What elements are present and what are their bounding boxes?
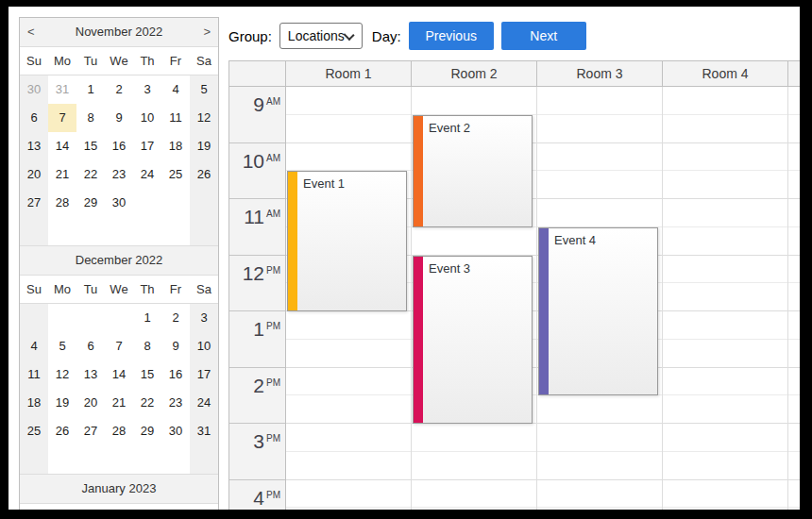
time-cell[interactable] [788, 256, 800, 284]
day-cell[interactable]: 14 [48, 132, 76, 160]
time-cell[interactable] [412, 227, 536, 256]
day-cell[interactable]: 18 [161, 132, 190, 160]
time-cell[interactable] [788, 508, 800, 510]
day-cell[interactable]: 5 [190, 75, 218, 104]
day-cell[interactable]: 13 [20, 132, 48, 160]
day-cell[interactable]: 31 [48, 75, 76, 104]
day-cell[interactable]: 30 [161, 417, 190, 445]
day-cell[interactable]: 23 [161, 389, 190, 417]
time-cell[interactable] [788, 87, 800, 115]
day-cell[interactable]: 27 [20, 189, 48, 217]
day-cell[interactable]: 4 [20, 332, 48, 360]
time-cell[interactable] [663, 115, 787, 143]
previous-button[interactable]: Previous [409, 22, 494, 50]
day-cell[interactable]: 30 [105, 189, 133, 217]
time-cell[interactable] [663, 87, 787, 115]
time-cell[interactable] [788, 340, 800, 368]
time-cell[interactable] [286, 340, 411, 368]
day-cell[interactable]: 29 [133, 417, 161, 445]
time-cell[interactable] [537, 424, 662, 452]
day-cell[interactable]: 9 [161, 332, 190, 360]
day-cell[interactable]: 8 [133, 332, 161, 360]
time-cell[interactable] [663, 311, 787, 340]
time-cell[interactable] [537, 452, 662, 480]
time-cell[interactable] [663, 480, 787, 509]
prev-month-button[interactable]: < [27, 18, 46, 46]
day-cell[interactable]: 31 [190, 417, 218, 445]
group-select[interactable]: Locations [279, 23, 363, 49]
day-cell[interactable]: 7 [105, 332, 133, 360]
time-cell[interactable] [537, 171, 662, 199]
time-cell[interactable] [663, 368, 787, 396]
time-cell[interactable] [286, 395, 411, 424]
day-cell[interactable]: 2 [161, 304, 190, 332]
day-cell[interactable]: 20 [76, 389, 105, 417]
time-cell[interactable] [788, 424, 800, 452]
scheduler-event[interactable]: Event 4 [538, 227, 658, 396]
time-cell[interactable] [788, 480, 800, 509]
day-cell[interactable]: 10 [190, 332, 218, 360]
day-cell[interactable]: 17 [133, 132, 161, 160]
time-cell[interactable] [286, 143, 411, 172]
time-cell[interactable] [788, 227, 800, 256]
day-cell[interactable]: 15 [76, 132, 105, 160]
time-cell[interactable] [537, 508, 662, 510]
day-cell[interactable]: 5 [48, 332, 76, 360]
day-cell[interactable]: 6 [20, 104, 48, 132]
scheduler-event[interactable]: Event 1 [287, 171, 407, 311]
time-cell[interactable] [788, 283, 800, 311]
day-cell[interactable]: 12 [190, 104, 218, 132]
day-cell[interactable]: 16 [105, 132, 133, 160]
time-cell[interactable] [663, 171, 787, 199]
day-cell[interactable]: 21 [48, 160, 76, 189]
time-cell[interactable] [663, 143, 787, 172]
day-cell[interactable]: 9 [105, 104, 133, 132]
time-cell[interactable] [286, 480, 411, 509]
day-cell[interactable]: 7 [48, 104, 76, 132]
day-cell[interactable]: 26 [190, 160, 218, 189]
time-cell[interactable] [286, 508, 411, 510]
time-cell[interactable] [286, 452, 411, 480]
time-cell[interactable] [663, 256, 787, 284]
time-cell[interactable] [663, 508, 787, 510]
day-cell[interactable]: 15 [133, 360, 161, 389]
time-cell[interactable] [788, 199, 800, 227]
time-cell[interactable] [286, 424, 411, 452]
time-cell[interactable] [663, 199, 787, 227]
time-cell[interactable] [412, 508, 536, 510]
time-cell[interactable] [412, 452, 536, 480]
day-cell[interactable]: 17 [190, 360, 218, 389]
day-cell[interactable]: 25 [161, 160, 190, 189]
time-cell[interactable] [537, 143, 662, 172]
day-cell[interactable]: 3 [190, 304, 218, 332]
time-cell[interactable] [663, 227, 787, 256]
day-cell[interactable]: 3 [133, 75, 161, 104]
day-cell[interactable]: 10 [133, 104, 161, 132]
day-cell[interactable]: 19 [190, 132, 218, 160]
day-cell[interactable]: 22 [76, 160, 105, 189]
day-cell[interactable]: 28 [105, 417, 133, 445]
time-cell[interactable] [663, 283, 787, 311]
day-cell[interactable]: 11 [161, 104, 190, 132]
day-cell[interactable]: 19 [48, 389, 76, 417]
day-cell[interactable]: 22 [133, 389, 161, 417]
day-cell[interactable]: 4 [161, 75, 190, 104]
time-cell[interactable] [788, 143, 800, 172]
time-cell[interactable] [537, 395, 662, 424]
time-cell[interactable] [412, 424, 536, 452]
day-cell[interactable]: 30 [20, 75, 48, 104]
day-cell[interactable]: 1 [133, 304, 161, 332]
day-cell[interactable]: 25 [20, 417, 48, 445]
time-cell[interactable] [286, 115, 411, 143]
day-cell[interactable]: 16 [161, 360, 190, 389]
day-cell[interactable]: 14 [105, 360, 133, 389]
day-cell[interactable]: 24 [133, 160, 161, 189]
time-cell[interactable] [788, 452, 800, 480]
day-cell[interactable]: 6 [76, 332, 105, 360]
time-cell[interactable] [663, 340, 787, 368]
time-cell[interactable] [788, 171, 800, 199]
day-cell[interactable]: 2 [105, 75, 133, 104]
time-cell[interactable] [286, 87, 411, 115]
next-month-button[interactable]: > [192, 18, 211, 46]
next-button[interactable]: Next [501, 22, 586, 50]
